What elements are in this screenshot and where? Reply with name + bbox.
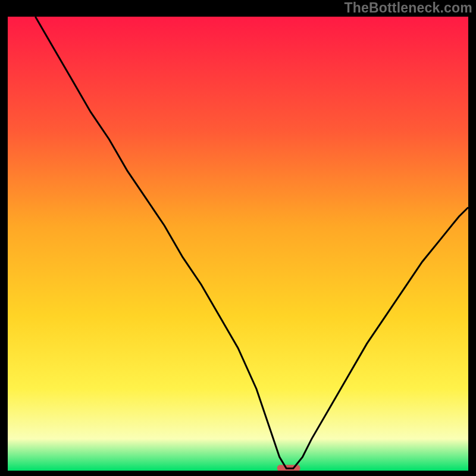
plot-area — [8, 17, 468, 471]
plot-svg — [8, 17, 468, 471]
watermark-text: TheBottleneck.com — [344, 0, 472, 16]
chart-frame: TheBottleneck.com — [0, 0, 476, 476]
gradient-background — [8, 17, 468, 471]
